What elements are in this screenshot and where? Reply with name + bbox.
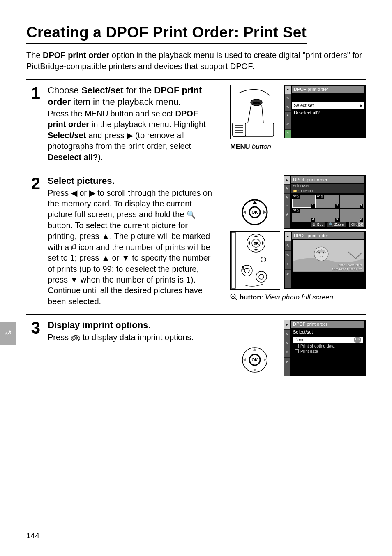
lcd-row-deselect-all: Deselect all? [292,109,364,116]
lcd-dpof-menu: ▸✎✎Ÿ✐? DPOF print order Select/set▸ Dese… [284,85,366,138]
svg-marker-10 [263,210,266,214]
lcd-subheader: Select/set [291,184,364,189]
step-1-figure: MENU ▸✎✎Ÿ✐? DPOF print order Select [230,85,366,151]
svg-marker-19 [262,241,264,245]
page-title: Creating a DPOF Print Order: Print Set [26,23,307,44]
svg-text:MENU: MENU [253,102,260,104]
lcd-row-select-set: Select/set▸ [292,102,364,109]
step-3-body: Press OK to display data imprint options… [48,332,220,343]
svg-marker-18 [248,241,250,245]
lcd-imprint-options: ▸✎✎Ÿ✐ DPOF print order Select/set Done O… [284,320,366,376]
camera-buttons-illustration: OK ? [230,231,280,290]
lcd-row-done: Done OK [293,337,363,343]
svg-point-0 [9,331,10,332]
svg-text:OK: OK [252,210,258,215]
lcd-fullscreen-photo: ▸✎✎Ÿ✐ DPOF print order [284,231,366,289]
lcd-header: DPOF print order [292,86,364,93]
svg-point-24 [259,274,264,279]
step-2: 2 Select pictures. Press ◀ or ▶ to scrol… [26,170,366,307]
svg-text:?: ? [242,266,244,270]
svg-rect-1 [233,123,274,136]
lcd-row-print-date: Print date [291,349,364,354]
document-page: Creating a DPOF Print Order: Print Set T… [0,0,392,556]
svg-marker-38 [253,369,256,371]
step-3-figure: OK ▸✎✎Ÿ✐ DPOF print order Select/set [230,320,366,376]
step-2-heading: Select pictures. [48,175,223,187]
step-1: 1 Choose Select/set for the DPOF print o… [26,79,366,162]
step-2-caption: button: View photo full screen [230,293,366,303]
step-number: 2 [26,175,40,192]
svg-marker-17 [254,249,258,251]
svg-rect-2 [233,123,246,136]
camera-menu-illustration: MENU [230,85,280,139]
svg-point-28 [318,252,320,254]
svg-marker-16 [254,235,258,237]
svg-rect-11 [231,232,235,288]
lcd-header: DPOF print order [292,232,364,239]
step-2-figure: OK ▸✎✎Ÿ✐ DPOF print order Select/set 📁 1… [230,175,366,303]
step-1-body: Press the MENU button and select DPOF pr… [48,108,212,162]
svg-marker-8 [253,201,257,204]
photo-preview: DSC_0001.JPG 15/04/2011 10:02:27 [293,240,364,272]
lcd-subheader: Select/set [291,329,364,335]
magnify-icon [230,293,238,303]
svg-marker-37 [253,348,256,351]
page-number: 144 [26,531,39,541]
svg-text:OK: OK [252,358,258,362]
lcd-header: DPOF print order [291,321,364,327]
section-tab-icon [0,322,16,345]
dpad-ok-illustration: OK [235,343,274,376]
step-number: 1 [26,85,40,101]
lcd-folder: 📁 10005100 [291,189,364,193]
step-number: 3 [26,320,40,336]
step-1-heading: Choose Select/set for the DPOF print ord… [48,85,223,107]
svg-marker-40 [264,358,266,361]
step-1-caption: MENU button [230,143,366,151]
svg-point-22 [244,268,249,273]
step-3: 3 Display imprint options. Press OK to d… [26,314,366,376]
intro-paragraph: The DPOF print order option in the playb… [26,50,366,72]
lcd-header: DPOF print order [291,176,364,183]
dpad-ok-illustration: OK [235,196,274,229]
svg-marker-9 [243,210,246,214]
lcd-side-icons: ▸✎✎Ÿ✐? [285,85,291,138]
thumbnail-grid: 02⎙1 01⎙2 3 01⎙4 5 6 [291,194,364,222]
step-2-body: Press ◀ or ▶ to scroll through the pictu… [48,188,215,307]
lcd-row-print-shooting-data: Print shooting data [291,343,364,349]
svg-point-23 [256,271,267,282]
svg-text:OK: OK [254,241,258,245]
ok-button-icon: OK [71,335,81,341]
lcd-thumbnail-grid: ▸✎✎Ÿ✐ DPOF print order Select/set 📁 1000… [284,175,366,229]
svg-point-27 [314,247,328,261]
svg-point-29 [323,252,324,254]
svg-marker-39 [243,358,246,361]
svg-point-20 [261,257,266,262]
step-3-heading: Display imprint options. [48,320,223,331]
svg-line-31 [235,298,237,300]
printer-icon: ⎙ [71,243,76,252]
